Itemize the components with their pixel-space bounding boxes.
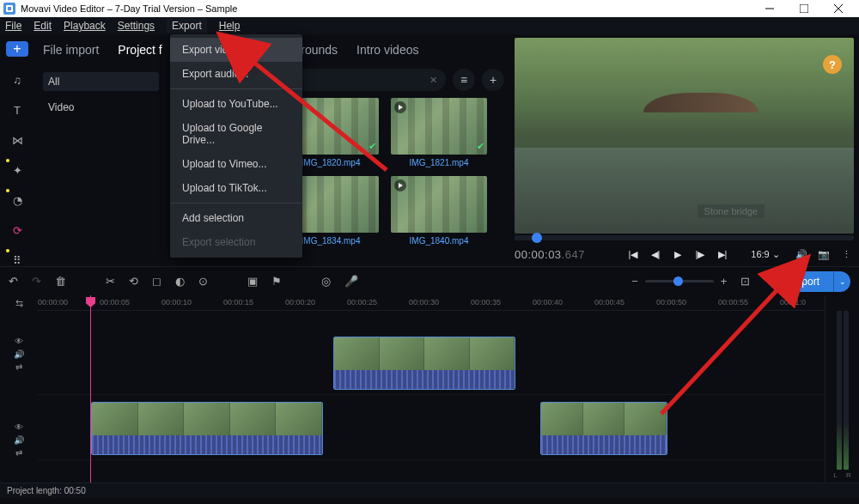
marker-button[interactable]: ⚑ <box>271 275 282 288</box>
video-preview[interactable]: ? Stone bridge <box>515 38 854 234</box>
timeline-tracks[interactable]: 00:00:00 00:00:05 00:00:10 00:00:15 00:0… <box>38 295 825 483</box>
preview-controls: 00:00:03.647 |◀ ◀| ▶ |▶ ▶| 16:9 ⌄ 🔊 📷 ⋮ <box>515 242 854 266</box>
category-all[interactable]: All <box>43 72 159 91</box>
svg-rect-1 <box>800 4 808 13</box>
preview-menu-button[interactable]: ⋮ <box>838 249 854 260</box>
menu-playback[interactable]: Playback <box>64 20 106 32</box>
next-frame-button[interactable]: |▶ <box>692 249 708 260</box>
delete-button[interactable]: 🗑 <box>55 275 66 288</box>
menu-bar: File Edit Playback Settings Export Help <box>0 17 859 34</box>
zoom-slider[interactable] <box>645 280 714 282</box>
window-minimize-button[interactable] <box>752 0 787 17</box>
color-button[interactable]: ◐ <box>175 275 185 288</box>
voiceover-button[interactable]: 🎤 <box>344 275 358 288</box>
menu-settings[interactable]: Settings <box>118 20 155 32</box>
window-titlebar: Movavi Video Editor – 7-Day Trial Versio… <box>0 0 859 17</box>
thumb-name: IMG_1834.mp4 <box>302 236 361 246</box>
export-button[interactable]: Export <box>776 271 833 292</box>
export-dropdown: Export video... Export audio... Upload t… <box>170 34 302 258</box>
export-dropdown-button[interactable]: ⌄ <box>833 271 850 292</box>
menu-export[interactable]: Export <box>167 18 207 33</box>
play-button[interactable]: ▶ <box>670 249 685 260</box>
track-header-video[interactable]: 👁🔊⇄ <box>0 311 38 397</box>
aspect-ratio-button[interactable]: 16:9 ⌄ <box>758 249 773 260</box>
tab-intro-videos[interactable]: Intro videos <box>356 43 418 57</box>
filter-button[interactable]: ≡ <box>453 69 475 91</box>
volume-button[interactable]: 🔊 <box>794 249 809 260</box>
timeline: ⇆ 👁🔊⇄ 👁🔊⇄ 00:00:00 00:00:05 00:00:10 00:… <box>0 295 859 483</box>
tab-file-import[interactable]: File import <box>43 43 99 57</box>
stickers-tab-icon[interactable]: ◔ <box>13 194 22 207</box>
prev-clip-button[interactable]: |◀ <box>625 249 641 260</box>
play-icon <box>394 101 406 113</box>
export-audio-item[interactable]: Export audio... <box>170 62 302 86</box>
timeline-clip[interactable] <box>91 402 323 455</box>
thumb-name: IMG_1820.mp4 <box>302 158 361 167</box>
more-tab-icon[interactable]: ⠿ <box>13 254 21 267</box>
app-logo-icon <box>3 3 15 15</box>
export-video-item[interactable]: Export video... <box>170 38 302 62</box>
fit-button[interactable]: ⊡ <box>740 275 750 288</box>
menu-help[interactable]: Help <box>219 20 241 32</box>
speed-button[interactable]: ⊙ <box>198 275 208 288</box>
next-clip-button[interactable]: ▶| <box>715 249 730 260</box>
upload-youtube-item[interactable]: Upload to YouTube... <box>170 92 302 116</box>
thumb-name: IMG_1821.mp4 <box>410 158 469 167</box>
playhead[interactable] <box>90 295 91 483</box>
help-button[interactable]: ? <box>823 55 842 74</box>
add-media-button[interactable]: + <box>6 41 28 57</box>
window-title: Movavi Video Editor – 7-Day Trial Versio… <box>21 3 237 14</box>
tab-project-files[interactable]: Project f <box>118 43 161 57</box>
media-thumb[interactable]: IMG_1840.mp4 <box>391 176 487 246</box>
window-close-button[interactable] <box>821 0 856 17</box>
clear-search-icon[interactable]: ✕ <box>430 75 437 86</box>
preview-scrubber[interactable] <box>515 235 854 240</box>
prev-frame-button[interactable]: ◀| <box>648 249 663 260</box>
snapshot-button[interactable]: 📷 <box>816 249 832 260</box>
audio-tab-icon[interactable]: ♫ <box>13 74 21 87</box>
titles-tab-icon[interactable]: T <box>14 104 21 117</box>
video-track-2[interactable] <box>38 400 825 460</box>
upload-gdrive-item[interactable]: Upload to Google Drive... <box>170 116 302 152</box>
export-selection-item: Export selection <box>170 230 302 254</box>
transitions-tab-icon[interactable]: ⋈ <box>12 134 23 147</box>
preview-time: 00:00:03.647 <box>515 248 585 261</box>
window-maximize-button[interactable] <box>787 0 821 17</box>
video-track-1[interactable] <box>38 335 825 395</box>
effects-tab-icon[interactable]: ✦ <box>13 164 22 177</box>
undo-button[interactable]: ↶ <box>9 275 18 288</box>
zoom-in-button[interactable]: + <box>721 275 728 288</box>
project-length-label: Project length: 00:50 <box>7 486 86 495</box>
media-thumb[interactable]: ✔IMG_1821.mp4 <box>391 98 487 167</box>
scrub-knob[interactable] <box>532 233 542 243</box>
timeline-toolbar: ↶ ↷ 🗑 ✂ ⟲ ◻ ◐ ⊙ ▣ ⚑ ◎ 🎤 − + ⊡ Export ⌄ <box>0 266 859 295</box>
rotate-button[interactable]: ⟲ <box>129 275 138 288</box>
zoom-out-button[interactable]: − <box>631 275 638 288</box>
add-files-button[interactable]: + <box>482 69 504 91</box>
ai-tab-icon[interactable]: ⟳ <box>13 224 22 237</box>
timeline-clip[interactable] <box>540 402 667 455</box>
split-button[interactable]: ✂ <box>106 275 115 288</box>
category-list: All Video <box>34 65 168 266</box>
audio-meters: LR <box>825 295 859 483</box>
track-header-video2[interactable]: 👁🔊⇄ <box>0 397 38 483</box>
left-sidebar: + ♫ T ⋈ ✦ ◔ ⟳ ⠿ <box>0 34 34 266</box>
timeline-ruler[interactable]: 00:00:00 00:00:05 00:00:10 00:00:15 00:0… <box>38 295 825 311</box>
add-selection-item[interactable]: Add selection <box>170 206 302 230</box>
menu-file[interactable]: File <box>5 20 21 32</box>
status-bar: Project length: 00:50 <box>0 483 859 498</box>
record-button[interactable]: ◎ <box>321 275 331 288</box>
check-icon: ✔ <box>477 141 484 152</box>
check-icon: ✔ <box>369 141 376 152</box>
timeline-settings-icon[interactable]: ⇆ <box>0 295 38 311</box>
upload-tiktok-item[interactable]: Upload to TikTok... <box>170 176 302 200</box>
crop-button[interactable]: ◻ <box>152 275 161 288</box>
category-video[interactable]: Video <box>43 98 159 117</box>
redo-button[interactable]: ↷ <box>32 275 41 288</box>
menu-edit[interactable]: Edit <box>34 20 52 32</box>
overlay-button[interactable]: ▣ <box>247 275 258 288</box>
timeline-clip[interactable] <box>333 337 515 390</box>
thumb-name: IMG_1840.mp4 <box>410 236 469 246</box>
upload-vimeo-item[interactable]: Upload to Vimeo... <box>170 152 302 176</box>
play-icon <box>394 179 406 191</box>
